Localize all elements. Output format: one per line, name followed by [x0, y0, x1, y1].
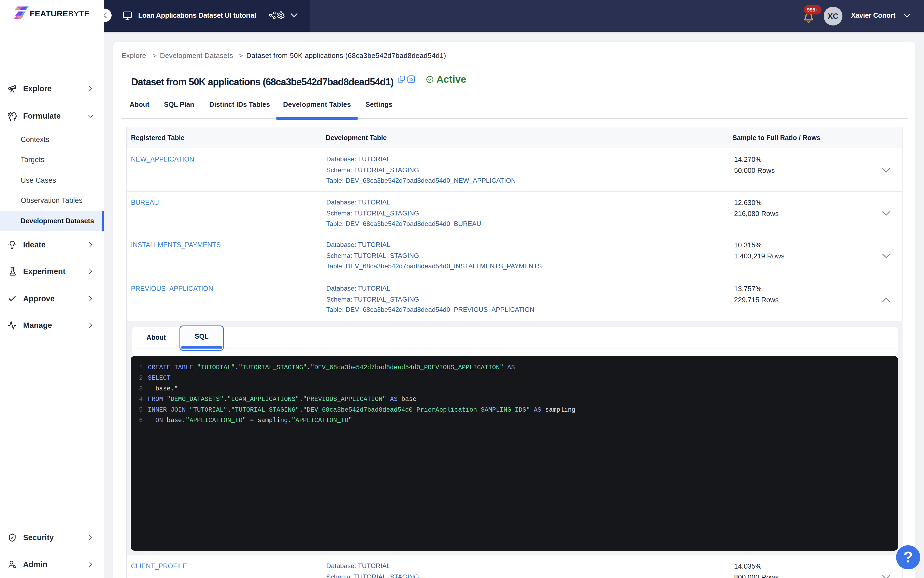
svg-text:ID: ID [409, 78, 413, 81]
